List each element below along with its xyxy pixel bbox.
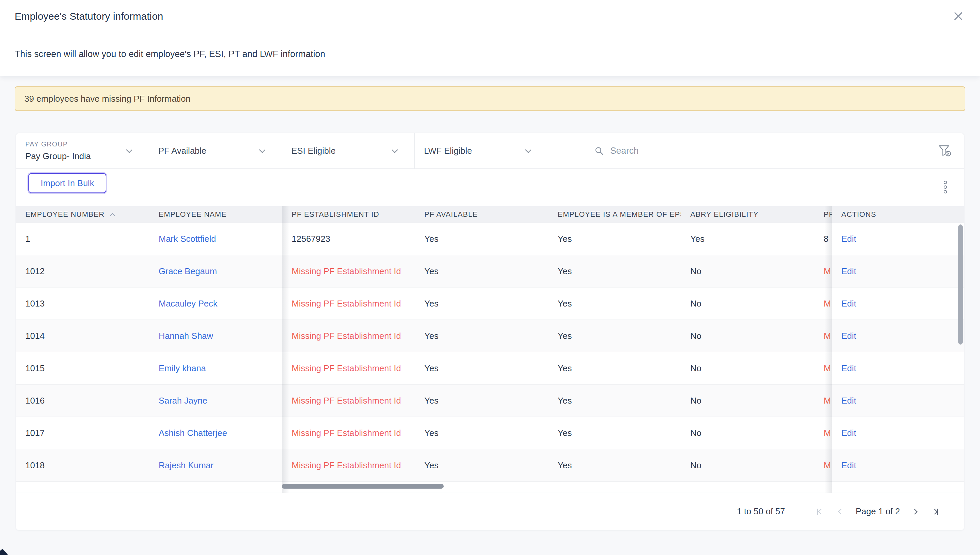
cell-abry-eligibility: No bbox=[681, 287, 814, 319]
cell-pf-available: Yes bbox=[415, 385, 548, 417]
cell-eps-member: Yes bbox=[548, 385, 681, 417]
table-row: 1015 Emily khana Missing PF Establishmen… bbox=[16, 352, 964, 385]
cell-pf-establishment-id: Missing PF Establishment Id bbox=[282, 255, 415, 287]
column-header-eps-member[interactable]: EMPLOYEE IS A MEMBER OF EPS bbox=[548, 206, 681, 223]
cell-abry-eligibility: No bbox=[681, 352, 814, 384]
modal-header: Employee's Statutory information This sc… bbox=[0, 0, 980, 76]
cell-abry-eligibility: No bbox=[681, 320, 814, 352]
cell-eps-member: Yes bbox=[548, 352, 681, 384]
subtitle-row: This screen will allow you to edit emplo… bbox=[0, 33, 980, 75]
filter-clear-icon[interactable] bbox=[938, 144, 952, 157]
cell-employee-number: 1015 bbox=[16, 352, 149, 384]
cell-employee-number: 1014 bbox=[16, 320, 149, 352]
column-header-employee-number[interactable]: EMPLOYEE NUMBER bbox=[16, 206, 149, 223]
column-header-pf-available[interactable]: PF AVAILABLE bbox=[415, 206, 548, 223]
cell-eps-member: Yes bbox=[548, 417, 681, 449]
cell-pf-available: Yes bbox=[415, 417, 548, 449]
cell-employee-number: 1017 bbox=[16, 417, 149, 449]
import-in-bulk-button[interactable]: Import In Bulk bbox=[28, 173, 106, 193]
cell-eps-member: Yes bbox=[548, 287, 681, 319]
edit-link[interactable]: Edit bbox=[832, 223, 964, 255]
table-row: 1014 Hannah Shaw Missing PF Establishmen… bbox=[16, 320, 964, 352]
partial-row-sliver bbox=[16, 482, 964, 493]
cell-pf-available: Yes bbox=[415, 320, 548, 352]
search-icon bbox=[595, 146, 604, 156]
employee-name-link[interactable]: Sarah Jayne bbox=[149, 385, 282, 417]
column-header-pf-establishment-id[interactable]: PF ESTABLISHMENT ID bbox=[282, 206, 415, 223]
cell-employee-number: 1 bbox=[16, 223, 149, 255]
cell-pf-number-clipped: M bbox=[814, 449, 832, 481]
filter-bar: PAY GROUP Pay Group- India PF Available … bbox=[16, 133, 964, 169]
close-icon[interactable] bbox=[952, 10, 965, 23]
column-header-employee-name[interactable]: EMPLOYEE NAME bbox=[149, 206, 282, 223]
cell-employee-number: 1016 bbox=[16, 385, 149, 417]
edit-link[interactable]: Edit bbox=[832, 352, 964, 384]
cell-pf-number-clipped: M bbox=[814, 352, 832, 384]
cell-eps-member: Yes bbox=[548, 255, 681, 287]
cell-pf-number-clipped: M bbox=[814, 385, 832, 417]
edit-link[interactable]: Edit bbox=[832, 385, 964, 417]
lwf-eligible-select[interactable]: LWF Eligible bbox=[415, 133, 548, 168]
pagination-range-label: 1 to 50 of 57 bbox=[737, 506, 785, 517]
employee-name-link[interactable]: Mark Scottfield bbox=[149, 223, 282, 255]
cell-pf-number-clipped: M bbox=[814, 320, 832, 352]
cell-pf-number-clipped: 8 bbox=[814, 223, 832, 255]
table-row: 1017 Ashish Chatterjee Missing PF Establ… bbox=[16, 417, 964, 449]
cell-eps-member: Yes bbox=[548, 449, 681, 481]
edit-link[interactable]: Edit bbox=[832, 449, 964, 481]
table-row: 1013 Macauley Peck Missing PF Establishm… bbox=[16, 287, 964, 320]
page-title: Employee's Statutory information bbox=[15, 11, 163, 22]
pf-available-select[interactable]: PF Available bbox=[149, 133, 282, 168]
search-box bbox=[548, 133, 964, 168]
employee-name-link[interactable]: Rajesh Kumar bbox=[149, 449, 282, 481]
edit-link[interactable]: Edit bbox=[832, 255, 964, 287]
import-in-bulk-label: Import In Bulk bbox=[41, 178, 94, 188]
last-page-icon[interactable] bbox=[928, 505, 941, 518]
employee-name-link[interactable]: Ashish Chatterjee bbox=[149, 417, 282, 449]
edit-link[interactable]: Edit bbox=[832, 287, 964, 319]
employee-name-link[interactable]: Grace Begaum bbox=[149, 255, 282, 287]
pay-group-select[interactable]: PAY GROUP Pay Group- India bbox=[16, 133, 149, 168]
cell-eps-member: Yes bbox=[548, 223, 681, 255]
table-body: 1 Mark Scottfield 12567923 Yes Yes Yes 8… bbox=[16, 223, 964, 482]
mouse-cursor-artifact bbox=[0, 549, 8, 555]
next-page-icon[interactable] bbox=[908, 505, 921, 518]
cell-pf-establishment-id: Missing PF Establishment Id bbox=[282, 352, 415, 384]
cell-pf-available: Yes bbox=[415, 223, 548, 255]
cell-pf-establishment-id: Missing PF Establishment Id bbox=[282, 320, 415, 352]
search-input[interactable] bbox=[610, 146, 927, 156]
warning-banner-text: 39 employees have missing PF Information bbox=[24, 94, 191, 104]
kebab-menu-icon[interactable] bbox=[942, 180, 948, 195]
cell-abry-eligibility: No bbox=[681, 385, 814, 417]
previous-page-icon[interactable] bbox=[835, 505, 847, 518]
edit-link[interactable]: Edit bbox=[832, 417, 964, 449]
cell-pf-number-clipped: M bbox=[814, 287, 832, 319]
employee-name-link[interactable]: Hannah Shaw bbox=[149, 320, 282, 352]
column-header-abry-eligibility[interactable]: ABRY ELIGIBILITY bbox=[681, 206, 814, 223]
cell-pf-establishment-id: 12567923 bbox=[282, 223, 415, 255]
column-header-pf-clipped: PF bbox=[814, 206, 832, 223]
cell-pf-available: Yes bbox=[415, 287, 548, 319]
cell-pf-establishment-id: Missing PF Establishment Id bbox=[282, 449, 415, 481]
vertical-scrollbar[interactable] bbox=[958, 225, 962, 345]
grid-toolbar: Import In Bulk bbox=[16, 169, 964, 206]
pay-group-value: Pay Group- India bbox=[26, 151, 149, 162]
missing-pf-warning-banner: 39 employees have missing PF Information bbox=[15, 87, 965, 111]
horizontal-scrollbar[interactable] bbox=[282, 484, 444, 489]
cell-abry-eligibility: No bbox=[681, 449, 814, 481]
edit-link[interactable]: Edit bbox=[832, 320, 964, 352]
cell-abry-eligibility: No bbox=[681, 417, 814, 449]
column-header-actions: ACTIONS bbox=[832, 206, 964, 223]
cell-pf-establishment-id: Missing PF Establishment Id bbox=[282, 385, 415, 417]
table-row: 1018 Rajesh Kumar Missing PF Establishme… bbox=[16, 449, 964, 482]
first-page-icon[interactable] bbox=[815, 505, 827, 518]
cell-employee-number: 1012 bbox=[16, 255, 149, 287]
employee-name-link[interactable]: Macauley Peck bbox=[149, 287, 282, 319]
cell-pf-available: Yes bbox=[415, 352, 548, 384]
cell-employee-number: 1013 bbox=[16, 287, 149, 319]
cell-pf-number-clipped: M bbox=[814, 417, 832, 449]
employee-name-link[interactable]: Emily khana bbox=[149, 352, 282, 384]
title-row: Employee's Statutory information bbox=[0, 0, 980, 33]
cell-pf-number-clipped: M bbox=[814, 255, 832, 287]
esi-eligible-select[interactable]: ESI Eligible bbox=[282, 133, 415, 168]
